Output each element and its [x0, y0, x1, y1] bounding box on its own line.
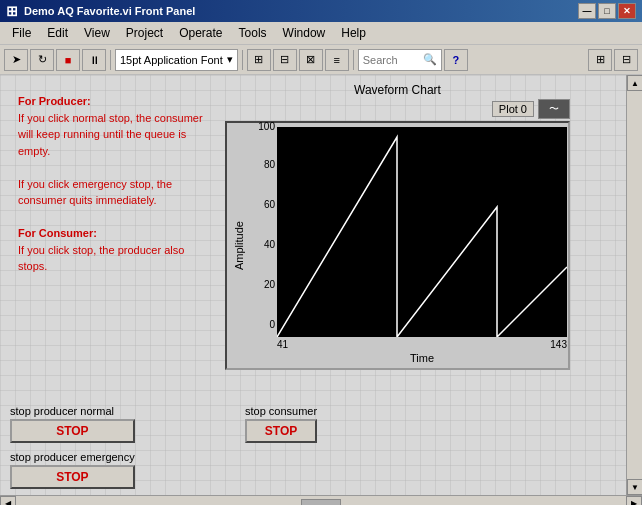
producer-emergency-text: If you click emergency stop, the consume…: [18, 176, 213, 209]
window-title: Demo AQ Favorite.vi Front Panel: [24, 5, 195, 17]
menu-window[interactable]: Window: [275, 24, 334, 42]
y-60: 60: [264, 199, 275, 210]
menu-bar: File Edit View Project Operate Tools Win…: [0, 22, 642, 45]
tools-grid-1[interactable]: ⊞: [588, 49, 612, 71]
search-box[interactable]: 🔍: [358, 49, 442, 71]
controls-area-left: stop producer normal STOP stop producer …: [10, 405, 135, 489]
producer-section-title: For Producer:: [18, 93, 213, 110]
dropdown-arrow-icon: ▾: [227, 53, 233, 66]
app-icon: ⊞: [6, 3, 18, 19]
menu-tools[interactable]: Tools: [231, 24, 275, 42]
chart-header: Plot 0 〜: [225, 99, 570, 119]
toolbar-separator-2: [242, 50, 243, 70]
maximize-button[interactable]: □: [598, 3, 616, 19]
toolbar-separator-3: [353, 50, 354, 70]
stop-producer-normal-button[interactable]: STOP: [10, 419, 135, 443]
stop-producer-normal-group: stop producer normal STOP: [10, 405, 135, 443]
stop-producer-emergency-label: stop producer emergency: [10, 451, 135, 463]
font-dropdown[interactable]: 15pt Application Font ▾: [115, 49, 238, 71]
stop-producer-emergency-button[interactable]: STOP: [10, 465, 135, 489]
stop-consumer-label: stop consumer: [245, 405, 317, 417]
tools-grid-2[interactable]: ⊟: [614, 49, 638, 71]
x-axis-label: Time: [249, 352, 567, 364]
y-0: 0: [269, 319, 275, 330]
waveform-svg: [277, 127, 567, 337]
scroll-track-horizontal[interactable]: [16, 496, 626, 506]
y-axis-label: Amplitude: [231, 127, 247, 364]
close-button[interactable]: ✕: [618, 3, 636, 19]
x-axis-row: 41 143: [249, 339, 567, 350]
toolbar-separator-1: [110, 50, 111, 70]
x-min: 41: [277, 339, 288, 350]
distribute-button[interactable]: ⊟: [273, 49, 297, 71]
producer-normal-text: If you click normal stop, the consumer w…: [18, 110, 213, 160]
vertical-scrollbar: ▲ ▼: [626, 75, 642, 495]
stop-consumer-button[interactable]: STOP: [245, 419, 317, 443]
stop-producer-emergency-group: stop producer emergency STOP: [10, 451, 135, 489]
scroll-thumb[interactable]: [301, 499, 341, 506]
align-button[interactable]: ⊞: [247, 49, 271, 71]
pause-button[interactable]: ⏸: [82, 49, 106, 71]
abort-button[interactable]: ■: [56, 49, 80, 71]
title-controls: — □ ✕: [578, 3, 636, 19]
instructions-panel: For Producer: If you click normal stop, …: [18, 93, 213, 275]
menu-file[interactable]: File: [4, 24, 39, 42]
horizontal-scrollbar: ◀ ▶: [0, 495, 642, 505]
search-icon: 🔍: [423, 53, 437, 66]
minimize-button[interactable]: —: [578, 3, 596, 19]
y-100: 100: [258, 121, 275, 132]
scroll-left-button[interactable]: ◀: [0, 496, 16, 506]
run-continuously-button[interactable]: ↻: [30, 49, 54, 71]
menu-project[interactable]: Project: [118, 24, 171, 42]
help-button[interactable]: ?: [444, 49, 468, 71]
plot-label: Plot 0: [492, 101, 534, 117]
plot-icon: 〜: [538, 99, 570, 119]
chart-inner: 100 80 60 40 20 0: [249, 127, 567, 364]
font-name: 15pt Application Font: [120, 54, 223, 66]
menu-edit[interactable]: Edit: [39, 24, 76, 42]
scroll-down-button[interactable]: ▼: [627, 479, 642, 495]
y-80: 80: [264, 159, 275, 170]
scroll-up-button[interactable]: ▲: [627, 75, 642, 91]
menu-operate[interactable]: Operate: [171, 24, 230, 42]
scroll-track-vertical[interactable]: [627, 91, 642, 479]
consumer-text: If you click stop, the producer also sto…: [18, 242, 213, 275]
waveform-chart-container: Waveform Chart Plot 0 〜 Amplitude 100 80…: [225, 83, 570, 370]
title-bar: ⊞ Demo AQ Favorite.vi Front Panel — □ ✕: [0, 0, 642, 22]
y-40: 40: [264, 239, 275, 250]
menu-view[interactable]: View: [76, 24, 118, 42]
run-arrow-button[interactable]: ➤: [4, 49, 28, 71]
y-20: 20: [264, 279, 275, 290]
x-max: 143: [550, 339, 567, 350]
search-input[interactable]: [363, 54, 423, 66]
chart-plot-area: [277, 127, 567, 337]
stop-consumer-group: stop consumer STOP: [245, 405, 317, 443]
toolbar: ➤ ↻ ■ ⏸ 15pt Application Font ▾ ⊞ ⊟ ⊠ ≡ …: [0, 45, 642, 75]
reorder-button[interactable]: ≡: [325, 49, 349, 71]
chart-outer: Amplitude 100 80 60 40 20 0: [225, 121, 570, 370]
stop-producer-normal-label: stop producer normal: [10, 405, 135, 417]
resize-button[interactable]: ⊠: [299, 49, 323, 71]
menu-help[interactable]: Help: [333, 24, 374, 42]
canvas-area: For Producer: If you click normal stop, …: [0, 75, 626, 495]
stop-consumer-area: stop consumer STOP: [245, 405, 317, 443]
consumer-section-title: For Consumer:: [18, 225, 213, 242]
scroll-right-button[interactable]: ▶: [626, 496, 642, 506]
chart-title: Waveform Chart: [225, 83, 570, 97]
